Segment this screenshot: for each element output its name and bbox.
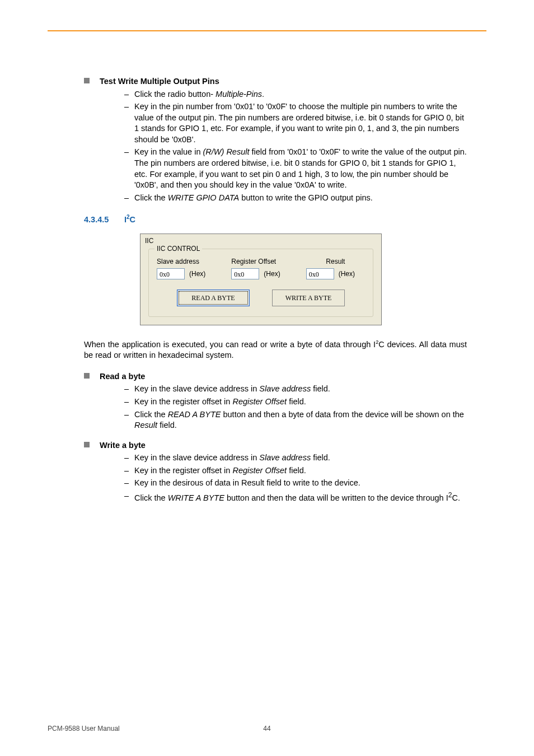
list-item: Key in the value in (R/W) Result field f… [124,147,467,190]
text-ital: READ A BYTE [168,410,221,419]
text-ital: Slave address [259,453,311,462]
read-byte-heading: Read a byte [84,371,467,382]
col-result: Result 0x0 (Hex) [306,257,365,279]
text: field. [311,384,330,393]
text: Click the [134,193,168,202]
bullet-square-icon [84,373,90,379]
section-title-text: Test Write Multiple Output Pins [100,77,219,86]
section-title: I2C [124,213,135,225]
text: Click the [134,493,168,502]
list-item: Key in the desirous of data in Result fi… [124,478,467,489]
text: Key in the slave device address in [134,384,259,393]
text: field. [287,397,306,406]
register-offset-input[interactable]: 0x0 [231,268,259,279]
register-offset-label: Register Offset [231,257,290,266]
list-item: Key in the pin number from '0x01' to '0x… [124,101,467,145]
text-ital: Register Offset [232,466,287,475]
iic-panel: IIC IIC CONTROL Slave address 0x0 (Hex) … [140,234,382,325]
unit-label: (Hex) [189,269,205,278]
field-row: 0x0 (Hex) [157,268,216,279]
bullet-square-icon [84,78,90,83]
result-input[interactable]: 0x0 [306,268,334,279]
intro-paragraph: When the application is executed, you ca… [84,339,467,361]
screenshot-container: IIC IIC CONTROL Slave address 0x0 (Hex) … [140,234,467,325]
list-item: Key in the slave device address in Slave… [124,384,467,395]
page-content: Test Write Multiple Output Pins Click th… [84,67,467,511]
text: button and then the data will be written… [224,493,448,502]
field-columns: Slave address 0x0 (Hex) Register Offset … [157,257,365,279]
text: When the application is executed, you ca… [84,340,376,349]
unit-label: (Hex) [339,269,355,278]
text: Key in the desirous of data in Result fi… [134,478,360,487]
text: button and then a byte of data from the … [221,410,463,419]
field-row: 0x0 (Hex) [231,268,290,279]
unit-label: (Hex) [264,269,280,278]
text: . [262,90,264,99]
list-item: Key in the register offset in Register O… [124,465,467,477]
text: button to write the GPIO output pins. [239,193,373,202]
footer-left: PCM-9588 User Manual [48,725,194,732]
read-byte-title: Read a byte [100,372,145,381]
iic-control-groupbox: IIC CONTROL Slave address 0x0 (Hex) Regi… [148,249,373,317]
write-byte-title: Write a byte [100,441,146,450]
write-byte-list: Key in the slave device address in Slave… [124,452,467,503]
section-heading-row: 4.3.4.5 I2C [124,213,467,225]
button-row: READ A BYTE WRITE A BYTE [157,290,365,306]
list-item: Click the READ A BYTE button and then a … [124,409,467,431]
text-ital: WRITE GPIO DATA [168,193,240,202]
list-item: Click the radio button- Multiple-Pins. [124,89,467,100]
text: field. [287,466,306,475]
list-item: Key in the register offset in Register O… [124,396,467,408]
col-slave-address: Slave address 0x0 (Hex) [157,257,216,279]
list-item: Click the WRITE A BYTE button and then t… [124,491,467,503]
field-row: 0x0 (Hex) [306,268,365,279]
text-ital: Slave address [259,384,311,393]
text-ital: Register Offset [232,397,287,406]
write-byte-heading: Write a byte [84,440,467,451]
text: Click the radio button- [134,90,216,99]
text: Click the [134,410,168,419]
text: C [130,215,135,224]
text-ital: (R/W) Result [203,147,250,156]
text: Key in the register offset in [134,466,232,475]
groupbox-legend: IIC CONTROL [154,244,202,253]
page-footer: PCM-9588 User Manual 44 [48,725,486,732]
list-item: Click the WRITE GPIO DATA button to writ… [124,193,467,204]
text: field. [157,421,177,430]
write-a-byte-button[interactable]: WRITE A BYTE [272,290,345,306]
test-write-list: Click the radio button- Multiple-Pins. K… [124,89,467,204]
footer-right [340,725,486,732]
section-number: 4.3.4.5 [84,214,124,226]
text-ital: WRITE A BYTE [168,493,224,502]
read-byte-list: Key in the slave device address in Slave… [124,384,467,431]
slave-address-input[interactable]: 0x0 [157,268,185,279]
text: Key in the pin number from '0x01' to '0x… [134,102,464,144]
text-ital: Multiple-Pins [216,90,262,99]
text-ital: Result [134,421,157,430]
text: C. [452,493,460,502]
slave-address-label: Slave address [157,257,216,266]
text: field. [311,453,330,462]
read-a-byte-button[interactable]: READ A BYTE [177,290,250,306]
col-register-offset: Register Offset 0x0 (Hex) [231,257,290,279]
text: Key in the register offset in [134,397,232,406]
result-label: Result [306,257,365,266]
text: Key in the value in [134,147,203,156]
text: Key in the slave device address in [134,453,259,462]
section-test-write-title: Test Write Multiple Output Pins [84,76,467,87]
list-item: Key in the slave device address in Slave… [124,452,467,464]
top-rule [48,30,486,31]
bullet-square-icon [84,442,90,447]
footer-page-number: 44 [194,725,340,732]
